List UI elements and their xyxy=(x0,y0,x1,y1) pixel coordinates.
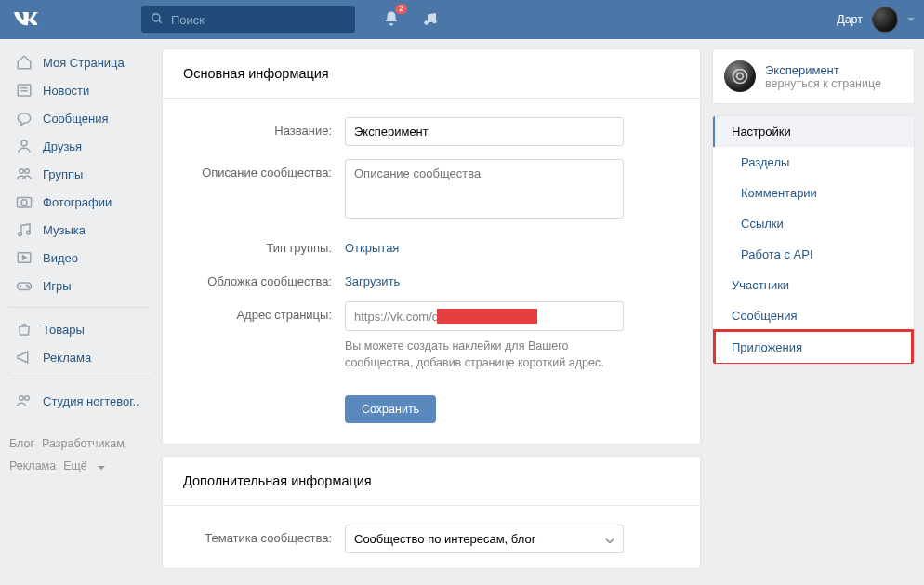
nav-label: Моя Страница xyxy=(43,56,125,70)
nav-label: Игры xyxy=(43,279,72,293)
grouptype-link[interactable]: Открытая xyxy=(345,234,399,255)
menu-links[interactable]: Ссылки xyxy=(713,208,914,239)
menu-apps[interactable]: Приложения xyxy=(716,332,911,363)
svg-point-11 xyxy=(21,200,27,206)
nav-games[interactable]: Игры xyxy=(9,272,151,299)
footer-devs[interactable]: Разработчикам xyxy=(42,437,125,450)
community-name: Эксперимент xyxy=(765,63,881,77)
nav-groups[interactable]: Группы xyxy=(9,160,151,188)
address-input[interactable]: https://vk.com/c xyxy=(345,301,624,331)
notifications-badge: 2 xyxy=(395,4,407,14)
groups-icon xyxy=(15,165,33,183)
settings-menu: Настройки Разделы Комментарии Ссылки Раб… xyxy=(712,115,915,365)
svg-point-0 xyxy=(152,13,160,20)
notifications-icon[interactable]: 2 xyxy=(383,9,400,31)
footer-blog[interactable]: Блог xyxy=(9,437,34,450)
nav-label: Сообщения xyxy=(43,112,109,126)
svg-point-13 xyxy=(27,231,31,234)
desc-textarea[interactable] xyxy=(345,159,624,219)
nav-label: Студия ногтевог.. xyxy=(43,394,139,408)
music-top-icon[interactable] xyxy=(422,10,439,30)
search-icon xyxy=(151,12,164,28)
svg-point-2 xyxy=(424,20,429,25)
nav-music[interactable]: Музыка xyxy=(9,216,151,244)
svg-point-23 xyxy=(737,73,744,80)
nav-photos[interactable]: Фотографии xyxy=(9,188,151,216)
menu-members[interactable]: Участники xyxy=(713,270,914,300)
games-icon xyxy=(15,276,33,295)
address-hint: Вы можете создать наклейки для Вашего со… xyxy=(345,339,624,371)
camera-icon xyxy=(15,193,33,211)
svg-point-7 xyxy=(21,140,27,146)
nav-label: Реклама xyxy=(43,351,91,365)
left-nav: Моя Страница Новости Сообщения Друзья Гр… xyxy=(9,48,151,569)
community-back-link[interactable]: вернуться к странице xyxy=(765,77,881,90)
section-title-extra: Дополнительная информация xyxy=(163,457,700,506)
chevron-down-icon xyxy=(907,18,915,21)
menu-settings[interactable]: Настройки xyxy=(713,116,914,147)
menu-api[interactable]: Работа с API xyxy=(713,239,914,270)
nav-friends[interactable]: Друзья xyxy=(9,132,151,160)
nav-label: Друзья xyxy=(43,140,82,153)
topic-label: Тематика сообщества: xyxy=(183,525,345,545)
menu-sections[interactable]: Разделы xyxy=(713,147,914,178)
footer-ads[interactable]: Реклама xyxy=(9,459,56,472)
nav-messages[interactable]: Сообщения xyxy=(9,104,151,132)
left-footer: БлогРазработчикам РекламаЕщё xyxy=(9,433,151,478)
svg-point-8 xyxy=(20,169,24,174)
section-title-basic: Основная информация xyxy=(163,49,700,99)
name-label: Название: xyxy=(183,117,345,138)
nav-goods[interactable]: Товары xyxy=(9,315,151,343)
extra-info-card: Дополнительная информация Тематика сообщ… xyxy=(162,456,701,569)
nav-videos[interactable]: Видео xyxy=(9,244,151,272)
nav-divider xyxy=(9,307,151,308)
nav-label: Новости xyxy=(43,84,89,98)
name-input[interactable] xyxy=(345,117,624,146)
home-icon xyxy=(15,53,33,72)
svg-point-22 xyxy=(733,70,747,84)
svg-point-9 xyxy=(25,169,30,174)
svg-point-19 xyxy=(28,286,30,288)
nav-news[interactable]: Новости xyxy=(9,76,151,104)
nav-studio[interactable]: Студия ногтевог.. xyxy=(9,387,151,415)
svg-point-21 xyxy=(25,396,30,401)
addr-label: Адрес страницы: xyxy=(183,301,345,322)
topic-select[interactable]: Сообщество по интересам, блог xyxy=(345,525,624,553)
vk-logo[interactable] xyxy=(13,12,39,27)
save-button[interactable]: Сохранить xyxy=(345,395,436,423)
footer-more[interactable]: Ещё xyxy=(63,459,112,472)
basic-info-card: Основная информация Название: Описание с… xyxy=(162,48,701,445)
search-box[interactable] xyxy=(141,6,355,33)
cover-upload-link[interactable]: Загрузить xyxy=(345,268,400,288)
nav-my-page[interactable]: Моя Страница xyxy=(9,48,151,76)
menu-comments[interactable]: Комментарии xyxy=(713,178,914,208)
address-prefix: https://vk.com/c xyxy=(354,310,438,324)
svg-point-20 xyxy=(20,396,24,401)
grouptype-label: Тип группы: xyxy=(183,234,345,255)
search-input[interactable] xyxy=(171,13,346,27)
megaphone-icon xyxy=(15,348,33,366)
user-avatar xyxy=(872,7,898,33)
news-icon xyxy=(15,81,33,100)
nav-label: Видео xyxy=(43,251,78,265)
topbar: 2 Дарт xyxy=(0,0,924,39)
redacted-block xyxy=(437,309,537,324)
messages-icon xyxy=(15,109,33,127)
nav-label: Музыка xyxy=(43,223,86,237)
menu-messages[interactable]: Сообщения xyxy=(713,300,914,331)
nav-ads[interactable]: Реклама xyxy=(9,343,151,371)
community-icon xyxy=(15,392,33,410)
svg-point-12 xyxy=(19,233,22,236)
highlight-apps: Приложения xyxy=(713,329,914,365)
community-avatar xyxy=(724,60,756,92)
user-menu[interactable]: Дарт xyxy=(837,7,915,33)
desc-label: Описание сообщества: xyxy=(183,159,345,179)
nav-label: Группы xyxy=(43,167,83,181)
community-header[interactable]: Эксперимент вернуться к странице xyxy=(712,48,915,104)
username: Дарт xyxy=(837,13,863,26)
nav-divider xyxy=(9,379,151,379)
cover-label: Обложка сообщества: xyxy=(183,268,345,288)
video-icon xyxy=(15,248,33,267)
svg-line-1 xyxy=(159,20,162,22)
nav-label: Фотографии xyxy=(43,195,112,209)
